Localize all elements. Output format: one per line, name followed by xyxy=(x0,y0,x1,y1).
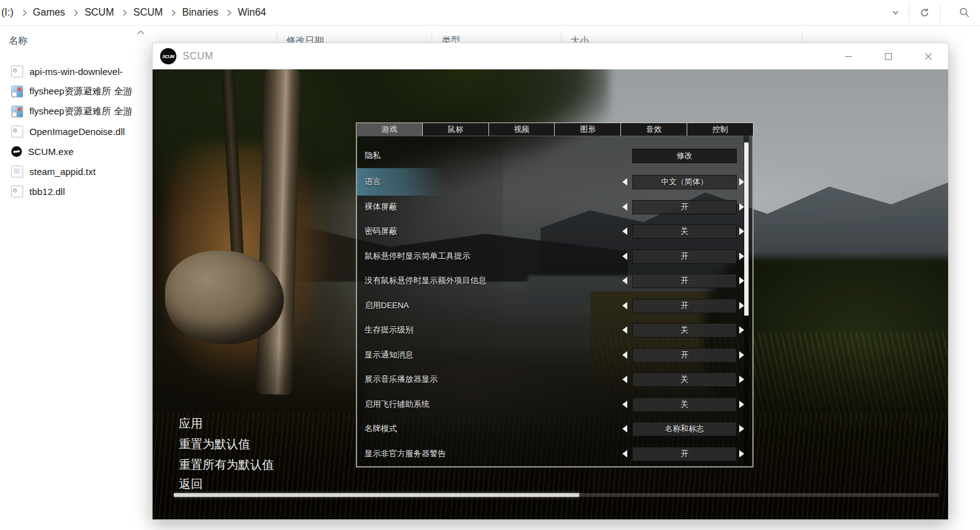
chevron-down-icon[interactable] xyxy=(888,5,903,20)
shortcut-arrow-icon xyxy=(12,91,17,96)
selector-value[interactable]: 关 xyxy=(632,372,737,387)
dll-file-icon xyxy=(11,126,23,138)
selector-right-arrow-icon[interactable] xyxy=(739,401,744,408)
title-bar[interactable]: SCUM SCUM xyxy=(153,43,948,69)
shortcut-arrow-icon xyxy=(12,111,17,116)
setting-label: 密码屏蔽 xyxy=(365,219,397,244)
tab-video[interactable]: 视频 xyxy=(488,123,555,136)
setting-row-music-player-display: 展示音乐播放器显示关 xyxy=(357,367,752,392)
selector-value[interactable]: 开 xyxy=(632,299,737,313)
selector-value[interactable]: 关 xyxy=(632,224,737,239)
selector-right-arrow-icon[interactable] xyxy=(739,450,744,458)
setting-label: 生存提示级别 xyxy=(365,318,413,342)
apply-button[interactable]: 应用 xyxy=(179,416,203,432)
shortcut-file-icon xyxy=(11,86,23,98)
selector-value[interactable]: 开 xyxy=(632,348,737,362)
selector-value[interactable]: 开 xyxy=(632,249,737,264)
selector-right-arrow-icon[interactable] xyxy=(739,228,744,235)
selector-right-arrow-icon[interactable] xyxy=(739,277,744,284)
selector-value[interactable]: 中文（简体） xyxy=(632,175,737,189)
setting-label: 启用飞行辅助系统 xyxy=(365,392,430,417)
selector-right-arrow-icon[interactable] xyxy=(739,178,744,186)
reset-default-button[interactable]: 重置为默认值 xyxy=(179,436,250,452)
setting-row-nudity-censor: 裸体屏蔽开 xyxy=(357,194,752,219)
setting-row-privacy: 隐私修改 xyxy=(357,143,752,168)
setting-row-nameplate-mode: 名牌模式名称和标志 xyxy=(357,416,752,441)
settings-panel: 隐私修改语言中文（简体）裸体屏蔽开密码屏蔽关鼠标悬停时显示简单工具提示开没有鼠标… xyxy=(356,136,754,468)
selector-left-arrow-icon[interactable] xyxy=(622,326,627,334)
selector-left-arrow-icon[interactable] xyxy=(622,376,627,383)
selector-value[interactable]: 名称和标志 xyxy=(632,422,737,436)
tab-audio[interactable]: 音效 xyxy=(620,123,687,136)
selector-value[interactable]: 开 xyxy=(632,447,737,461)
setting-row-simple-tooltip-on-hover: 鼠标悬停时显示简单工具提示开 xyxy=(357,244,752,269)
selector-left-arrow-icon[interactable] xyxy=(622,228,627,235)
tab-mouse[interactable]: 鼠标 xyxy=(422,123,488,136)
setting-row-enable-deena: 启用DEENA开 xyxy=(357,293,752,318)
selector-value[interactable]: 关 xyxy=(632,398,737,412)
selector-value[interactable]: 关 xyxy=(632,323,737,338)
bottom-progress-fill xyxy=(174,493,579,497)
selector-left-arrow-icon[interactable] xyxy=(622,425,627,432)
selector-right-arrow-icon[interactable] xyxy=(739,376,744,383)
tab-game[interactable]: 游戏 xyxy=(356,123,422,136)
scum-file-icon xyxy=(11,146,22,157)
selector-right-arrow-icon[interactable] xyxy=(739,351,744,359)
setting-label: 展示音乐播放器显示 xyxy=(365,367,438,392)
setting-label: 启用DEENA xyxy=(365,293,409,318)
maximize-button[interactable] xyxy=(868,43,908,69)
selector-left-arrow-icon[interactable] xyxy=(622,277,627,284)
shortcut-file-icon xyxy=(11,106,23,118)
window-controls xyxy=(828,43,948,69)
toolbar-divider xyxy=(940,2,941,22)
selector-left-arrow-icon[interactable] xyxy=(622,178,627,186)
setting-row-extra-item-info-no-hover: 没有鼠标悬停时显示额外项目信息开 xyxy=(357,268,752,293)
setting-label: 显示通知消息 xyxy=(365,342,413,368)
txt-file-icon xyxy=(11,166,23,178)
screen: (I:)GamesSCUMSCUMBinariesWin64 名称 修改日期 类… xyxy=(0,0,980,530)
file-name: flysheep资源避难所 全游 xyxy=(29,106,133,118)
selector-value[interactable]: 开 xyxy=(632,200,737,214)
game-scene: 游戏鼠标视频图形音效控制 隐私修改语言中文（简体）裸体屏蔽开密码屏蔽关鼠标悬停时… xyxy=(153,69,948,519)
setting-row-language: 语言中文（简体） xyxy=(357,169,752,194)
modify-button[interactable]: 修改 xyxy=(632,149,737,163)
scum-logo-icon: SCUM xyxy=(160,48,176,64)
file-name: steam_appid.txt xyxy=(29,166,96,177)
scum-game-window: SCUM SCUM xyxy=(152,42,949,520)
settings-tabs: 游戏鼠标视频图形音效控制 xyxy=(356,122,754,136)
selector-left-arrow-icon[interactable] xyxy=(622,252,627,260)
tab-graphics[interactable]: 图形 xyxy=(554,123,620,136)
minimize-button[interactable] xyxy=(828,43,868,69)
setting-label: 鼠标悬停时显示简单工具提示 xyxy=(365,244,470,269)
close-button[interactable] xyxy=(908,43,948,69)
file-name: OpenImageDenoise.dll xyxy=(29,126,125,137)
selector-left-arrow-icon[interactable] xyxy=(622,450,627,458)
back-button[interactable]: 返回 xyxy=(179,476,203,492)
setting-row-survival-hint-level: 生存提示级别关 xyxy=(357,318,752,342)
selector-right-arrow-icon[interactable] xyxy=(739,425,744,432)
file-name: api-ms-win-downlevel- xyxy=(29,66,123,77)
setting-label: 语言 xyxy=(365,169,381,194)
selector-left-arrow-icon[interactable] xyxy=(622,302,627,309)
setting-label: 没有鼠标悬停时显示额外项目信息 xyxy=(365,268,487,293)
search-icon[interactable] xyxy=(957,5,972,20)
selector-left-arrow-icon[interactable] xyxy=(622,351,627,359)
toolbar-divider xyxy=(909,2,909,22)
selector-right-arrow-icon[interactable] xyxy=(739,203,744,211)
selector-left-arrow-icon[interactable] xyxy=(622,401,627,408)
file-name: tbb12.dll xyxy=(29,186,65,197)
setting-row-unofficial-server-warning: 显示非官方服务器警告开 xyxy=(357,441,752,466)
selector-right-arrow-icon[interactable] xyxy=(739,252,744,260)
selector-left-arrow-icon[interactable] xyxy=(622,203,627,211)
reset-all-default-button[interactable]: 重置所有为默认值 xyxy=(179,457,274,473)
selector-right-arrow-icon[interactable] xyxy=(739,302,744,309)
tab-controls[interactable]: 控制 xyxy=(687,123,753,136)
setting-row-flight-assist-system: 启用飞行辅助系统关 xyxy=(357,392,752,417)
window-title: SCUM xyxy=(183,51,213,62)
selector-value[interactable]: 开 xyxy=(632,274,737,288)
refresh-icon[interactable] xyxy=(917,5,932,20)
setting-row-show-notifications: 显示通知消息开 xyxy=(357,342,752,368)
dll-file-icon xyxy=(11,66,23,78)
setting-label: 显示非官方服务器警告 xyxy=(365,441,446,466)
selector-right-arrow-icon[interactable] xyxy=(739,326,744,334)
